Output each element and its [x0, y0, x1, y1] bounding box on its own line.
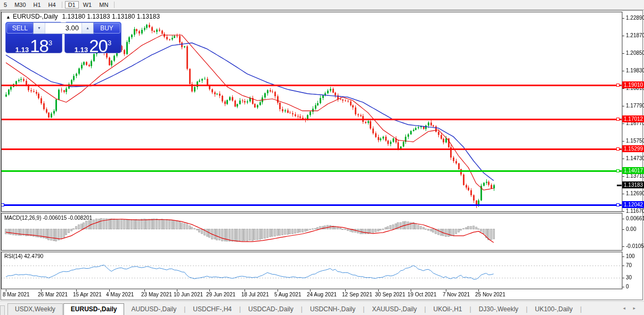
timeframe-button-5[interactable]: 5 — [1, 1, 10, 9]
volume-input[interactable]: 3.00 — [45, 23, 81, 34]
volume-decrease-button[interactable]: ▾ — [34, 23, 45, 34]
chart-tab-eurusd-[interactable]: EURUSD-,Daily — [63, 303, 125, 315]
chart-tab-xauusd-[interactable]: XAUUSD-,Daily — [365, 304, 423, 315]
timeframe-button-H4[interactable]: H4 — [45, 1, 59, 9]
toolbar-separator — [114, 2, 115, 8]
chart-tab-usdx[interactable]: USDX,Weekly — [7, 303, 63, 315]
mt-terminal-window: { "toolbar": { "timeframes": ["5","M30",… — [0, 0, 644, 315]
sell-price-small: 1.13 — [15, 46, 29, 54]
buy-price-pip: 3 — [108, 39, 111, 47]
timeframe-button-W1[interactable]: W1 — [80, 1, 95, 9]
timeframe-toolbar: 5M30H1H4D1W1MN — [0, 0, 644, 10]
buy-button[interactable]: BUY — [93, 23, 120, 34]
chart-tab-usdcad-[interactable]: USDCAD-,Daily — [241, 304, 300, 315]
toolbar-separator — [62, 2, 62, 8]
collapse-arrow-icon[interactable]: ▲ — [6, 14, 11, 20]
timeframe-button-M30[interactable]: M30 — [11, 1, 29, 9]
chart-tab-ukoil-[interactable]: UKOil-,H1 — [427, 304, 469, 315]
macd-indicator-label: MACD(12,26,9) -0.006015 -0.008201 — [4, 215, 92, 221]
volume-spinner: ▾ 3.00 ▴ — [33, 22, 94, 34]
chart-tab-dj30-[interactable]: DJ30-,Weekly — [472, 304, 525, 315]
one-click-trading-panel: 1.13183 1.13203 SELL BUY ▾ 3.00 ▴ — [5, 22, 121, 53]
buy-price-big: 20 — [89, 36, 108, 56]
chart-tab-usdcnh-[interactable]: USDCNH-,Daily — [303, 304, 362, 315]
chart-title-quote: 1.13180 1.13183 1.13180 1.13183 — [62, 13, 160, 20]
chart-tab-usdchf-[interactable]: USDCHF-,H4 — [186, 304, 239, 315]
chart-tab-bar: USDX,WeeklyEURUSD-,DailyAUDUSD-,Daily|US… — [0, 301, 644, 315]
buy-price: 1.13203 — [64, 33, 121, 53]
chart-tab-audusd-[interactable]: AUDUSD-,Daily — [124, 304, 183, 315]
chart-title-symbol: EURUSD-,Daily — [13, 13, 58, 20]
timeframe-button-H1[interactable]: H1 — [30, 1, 44, 9]
volume-increase-button[interactable]: ▴ — [81, 23, 93, 34]
sell-price-pip: 3 — [48, 39, 52, 47]
sell-button[interactable]: SELL — [6, 23, 34, 34]
timeframe-button-MN[interactable]: MN — [96, 1, 111, 9]
tab-scroll-arrows[interactable]: ◂ ▸ — [623, 305, 639, 311]
chart-tab-uk100-[interactable]: UK100-,Daily — [528, 304, 580, 315]
rsi-indicator-label: RSI(14) 42.4790 — [4, 253, 43, 259]
sell-price-big: 18 — [30, 36, 48, 56]
chart-title: ▲EURUSD-,Daily1.13180 1.13183 1.13180 1.… — [6, 13, 160, 20]
tab-stub — [0, 305, 5, 315]
timeframe-button-D1[interactable]: D1 — [65, 1, 79, 9]
tab-separator: | — [580, 305, 582, 315]
sell-price: 1.13183 — [5, 33, 62, 53]
buy-price-small: 1.13 — [75, 46, 88, 54]
